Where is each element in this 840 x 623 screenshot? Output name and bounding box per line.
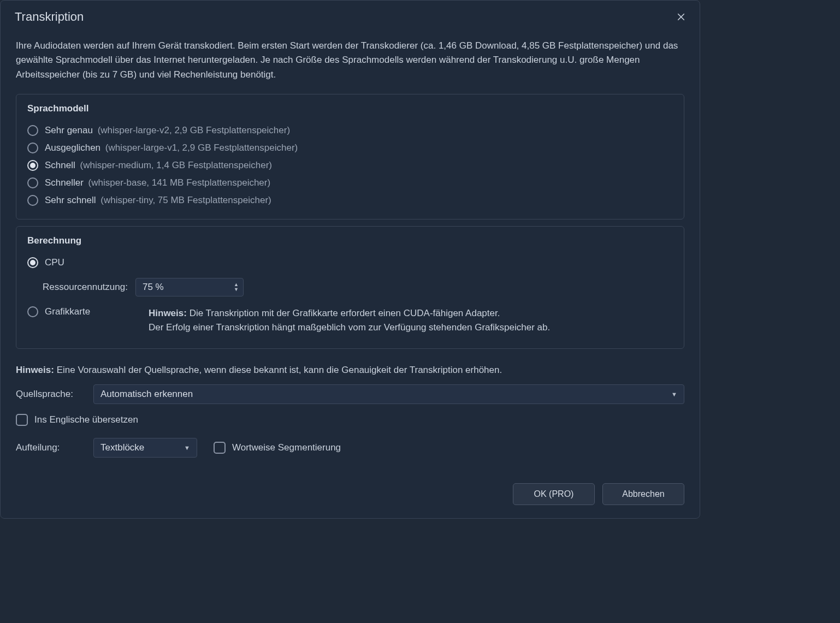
model-option-label: Schnell	[45, 160, 78, 170]
model-option-4[interactable]: Sehr schnell (whisper-tiny, 75 MB Festpl…	[27, 192, 673, 209]
word-seg-checkbox-row[interactable]: Wortweise Segmentierung	[214, 442, 341, 454]
split-select[interactable]: Textblöcke ▼	[93, 438, 197, 458]
radio-icon	[27, 177, 38, 188]
dialog-footer: OK (PRO) Abbrechen	[1, 483, 700, 518]
lang-hint-text: Eine Vorauswahl der Quellsprache, wenn d…	[54, 365, 502, 375]
resource-row: Ressourcennutzung: 75 % ▲ ▼	[43, 278, 673, 296]
dialog-body: Ihre Audiodaten werden auf Ihrem Gerät t…	[1, 29, 700, 483]
source-lang-select[interactable]: Automatisch erkennen ▼	[93, 384, 684, 404]
titlebar: Transkription	[1, 1, 700, 29]
compute-group-title: Berechnung	[27, 235, 673, 246]
resource-spinner[interactable]: 75 % ▲ ▼	[135, 278, 244, 296]
checkbox-icon	[16, 414, 28, 426]
radio-icon	[27, 160, 38, 171]
radio-icon	[27, 143, 38, 153]
transcription-dialog: Transkription Ihre Audiodaten werden auf…	[0, 0, 700, 519]
dialog-title: Transkription	[15, 10, 84, 24]
source-lang-label: Quellsprache:	[16, 389, 86, 400]
compute-group: Berechnung CPU Ressourcennutzung: 75 % ▲…	[16, 226, 684, 349]
model-option-label: Ausgeglichen	[45, 143, 103, 153]
spinner-arrows: ▲ ▼	[234, 282, 239, 292]
model-option-hint: (whisper-base, 141 MB Festplattenspeiche…	[88, 177, 271, 188]
split-label: Aufteilung:	[16, 442, 86, 453]
compute-cpu-radio[interactable]: CPU	[27, 254, 673, 271]
split-value: Textblöcke	[100, 442, 144, 453]
gpu-hint: Hinweis: Die Transkription mit der Grafi…	[149, 306, 550, 335]
resource-label: Ressourcennutzung:	[43, 282, 128, 293]
model-option-2[interactable]: Schnell (whisper-medium, 1,4 GB Festplat…	[27, 157, 673, 174]
radio-icon	[27, 306, 38, 317]
chevron-down-icon: ▼	[671, 391, 677, 397]
lang-hint-label: Hinweis:	[16, 365, 54, 375]
translate-checkbox-row[interactable]: Ins Englische übersetzen	[16, 414, 684, 426]
resource-value: 75 %	[143, 282, 164, 293]
radio-icon	[27, 257, 38, 268]
model-option-hint: (whisper-tiny, 75 MB Festplattenspeicher…	[100, 195, 271, 205]
close-button[interactable]	[673, 9, 689, 25]
word-seg-label: Wortweise Segmentierung	[232, 442, 341, 453]
model-option-hint: (whisper-medium, 1,4 GB Festplattenspeic…	[80, 160, 271, 170]
lang-hint: Hinweis: Eine Vorauswahl der Quellsprach…	[16, 363, 684, 377]
split-row: Aufteilung: Textblöcke ▼ Wortweise Segme…	[16, 438, 684, 458]
model-option-1[interactable]: Ausgeglichen (whisper-large-v1, 2,9 GB F…	[27, 139, 673, 157]
compute-gpu-radio[interactable]: Grafikkarte	[27, 306, 142, 317]
intro-text: Ihre Audiodaten werden auf Ihrem Gerät t…	[16, 39, 684, 82]
chevron-down-icon: ▼	[184, 444, 190, 451]
model-option-0[interactable]: Sehr genau (whisper-large-v2, 2,9 GB Fes…	[27, 122, 673, 139]
compute-cpu-label: CPU	[45, 257, 64, 268]
source-lang-row: Quellsprache: Automatisch erkennen ▼	[16, 384, 684, 404]
model-option-label: Sehr schnell	[45, 195, 98, 205]
radio-icon	[27, 195, 38, 206]
model-option-3[interactable]: Schneller (whisper-base, 141 MB Festplat…	[27, 174, 673, 192]
model-option-hint: (whisper-large-v2, 2,9 GB Festplattenspe…	[98, 125, 290, 135]
gpu-hint-label: Hinweis:	[149, 308, 187, 318]
checkbox-icon	[214, 442, 226, 454]
source-lang-value: Automatisch erkennen	[100, 389, 193, 400]
model-option-label: Sehr genau	[45, 125, 96, 135]
model-group-title: Sprachmodell	[27, 103, 673, 114]
model-option-label: Schneller	[45, 177, 86, 188]
model-group: Sprachmodell Sehr genau (whisper-large-v…	[16, 94, 684, 219]
gpu-hint-text2: Der Erfolg einer Transkription hängt maß…	[149, 322, 550, 333]
ok-button[interactable]: OK (PRO)	[513, 483, 595, 505]
gpu-hint-text1: Die Transkription mit der Grafikkarte er…	[187, 308, 500, 318]
compute-gpu-row: Grafikkarte Hinweis: Die Transkription m…	[27, 303, 673, 339]
model-option-hint: (whisper-large-v1, 2,9 GB Festplattenspe…	[105, 143, 298, 153]
compute-gpu-label: Grafikkarte	[45, 306, 90, 317]
translate-label: Ins Englische übersetzen	[34, 414, 138, 425]
spinner-down-icon[interactable]: ▼	[234, 287, 239, 292]
close-icon	[676, 12, 686, 22]
cancel-button[interactable]: Abbrechen	[602, 483, 684, 505]
radio-icon	[27, 125, 38, 136]
